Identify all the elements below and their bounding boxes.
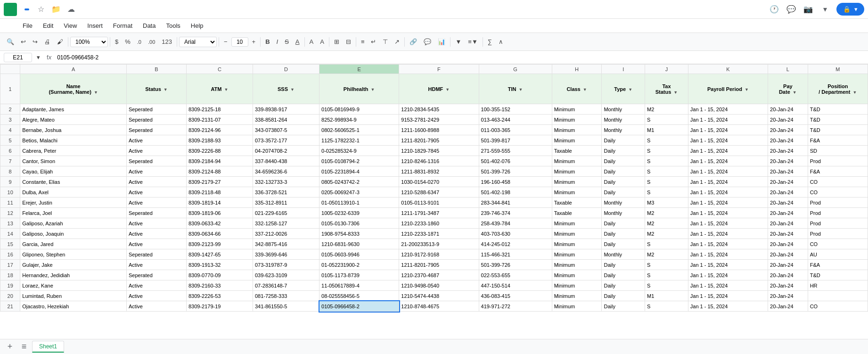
cell-M10[interactable]: CO bbox=[808, 187, 868, 198]
meet-chevron-icon[interactable]: ▾ bbox=[818, 2, 833, 17]
cell-B14[interactable]: Active bbox=[126, 229, 186, 239]
cell-J2[interactable]: M2 bbox=[645, 104, 688, 115]
cell-D17[interactable]: 073-319787-9 bbox=[253, 260, 319, 270]
cell-J20[interactable]: M1 bbox=[645, 291, 688, 301]
cell-A4[interactable]: Bernabe, Joshua bbox=[20, 125, 127, 135]
cell-C3[interactable]: 8309-2131-07 bbox=[186, 115, 253, 125]
cell-C14[interactable]: 8309-0634-66 bbox=[186, 229, 253, 239]
cell-F18[interactable]: 1210-2370-4687 bbox=[399, 270, 479, 280]
fill-color-button[interactable]: A bbox=[307, 36, 317, 47]
cell-M5[interactable]: F&A bbox=[808, 135, 868, 146]
cell-M12[interactable]: Prod bbox=[808, 208, 868, 218]
cell-E7[interactable]: 0105-0108794-2 bbox=[319, 156, 399, 166]
menu-view[interactable]: View bbox=[59, 20, 82, 31]
cell-C20[interactable]: 8309-2226-53 bbox=[186, 291, 253, 301]
cell-J8[interactable]: S bbox=[645, 166, 688, 177]
cell-H18[interactable]: Minimum bbox=[552, 270, 602, 280]
cell-G18[interactable]: 022-553-655 bbox=[479, 270, 552, 280]
cell-G11[interactable]: 283-344-841 bbox=[479, 198, 552, 208]
cell-I9[interactable]: Daily bbox=[602, 177, 645, 187]
cell-D7[interactable]: 337-8440-438 bbox=[253, 156, 319, 166]
font-size-increase-button[interactable]: + bbox=[249, 36, 259, 47]
cell-H17[interactable]: Minimum bbox=[552, 260, 602, 270]
history-icon[interactable]: 🕐 bbox=[767, 2, 782, 17]
filter-views-button[interactable]: ≡▼ bbox=[465, 36, 480, 47]
print-button[interactable]: 🖨 bbox=[41, 36, 53, 47]
formula-input[interactable] bbox=[55, 53, 864, 62]
cell-E5[interactable]: 1125-1782232-1 bbox=[319, 135, 399, 146]
cell-L14[interactable]: 20-Jan-24 bbox=[768, 229, 808, 239]
cell-J7[interactable]: S bbox=[645, 156, 688, 166]
cell-D5[interactable]: 073-3572-177 bbox=[253, 135, 319, 146]
cell-H15[interactable]: Minimum bbox=[552, 239, 602, 249]
filter-button[interactable]: ▼ bbox=[452, 36, 464, 47]
menu-tools[interactable]: Tools bbox=[161, 20, 185, 31]
italic-button[interactable]: I bbox=[274, 36, 281, 47]
cell-E11[interactable]: 01-050113910-1 bbox=[319, 198, 399, 208]
cell-C8[interactable]: 8309-2124-88 bbox=[186, 166, 253, 177]
folder-button[interactable]: 📁 bbox=[50, 3, 62, 16]
cell-C18[interactable]: 8309-0770-09 bbox=[186, 270, 253, 280]
cell-K13[interactable]: Jan 1 - 15, 2024 bbox=[688, 218, 768, 229]
cell-D10[interactable]: 336-3728-521 bbox=[253, 187, 319, 198]
cell-L5[interactable]: 20-Jan-24 bbox=[768, 135, 808, 146]
cell-B12[interactable]: Seperated bbox=[126, 208, 186, 218]
cell-C16[interactable]: 8309-1427-65 bbox=[186, 249, 253, 260]
cell-D11[interactable]: 335-312-8911 bbox=[253, 198, 319, 208]
valign-button[interactable]: ⊤ bbox=[380, 36, 391, 47]
wrap-button[interactable]: ↵ bbox=[368, 36, 379, 47]
cell-J4[interactable]: M1 bbox=[645, 125, 688, 135]
cell-L17[interactable]: 20-Jan-24 bbox=[768, 260, 808, 270]
hide-toolbar-button[interactable]: ∧ bbox=[496, 36, 506, 47]
cell-E8[interactable]: 0105-2231894-4 bbox=[319, 166, 399, 177]
cell-L2[interactable]: 20-Jan-24 bbox=[768, 104, 808, 115]
comment-button[interactable]: 💬 bbox=[421, 36, 434, 47]
cell-M18[interactable]: T&D bbox=[808, 270, 868, 280]
cell-M9[interactable]: CO bbox=[808, 177, 868, 187]
cell-L12[interactable]: 20-Jan-24 bbox=[768, 208, 808, 218]
cell-I3[interactable]: Monthly bbox=[602, 115, 645, 125]
cell-M3[interactable]: T&D bbox=[808, 115, 868, 125]
cell-E18[interactable]: 0105-1173-8739 bbox=[319, 270, 399, 280]
cell-J19[interactable]: S bbox=[645, 280, 688, 291]
cell-K21[interactable]: Jan 1 - 15, 2024 bbox=[688, 301, 768, 312]
cell-F7[interactable]: 1210-8246-1316 bbox=[399, 156, 479, 166]
redo-button[interactable]: ↪ bbox=[30, 36, 41, 47]
star-button[interactable]: ☆ bbox=[35, 3, 47, 16]
cell-L13[interactable]: 20-Jan-24 bbox=[768, 218, 808, 229]
cell-G7[interactable]: 501-402-076 bbox=[479, 156, 552, 166]
cell-K18[interactable]: Jan 1 - 15, 2024 bbox=[688, 270, 768, 280]
functions-button[interactable]: ∑ bbox=[485, 36, 495, 47]
cell-L4[interactable]: 20-Jan-24 bbox=[768, 125, 808, 135]
cell-J11[interactable]: M3 bbox=[645, 198, 688, 208]
cell-G8[interactable]: 501-399-726 bbox=[479, 166, 552, 177]
cell-F21[interactable]: 1210-8748-4675 bbox=[399, 301, 479, 312]
cell-C5[interactable]: 8309-2188-93 bbox=[186, 135, 253, 146]
cell-I11[interactable]: Monthly bbox=[602, 198, 645, 208]
cell-K7[interactable]: Jan 1 - 15, 2024 bbox=[688, 156, 768, 166]
cell-J12[interactable]: M2 bbox=[645, 208, 688, 218]
cell-G21[interactable]: 419-971-272 bbox=[479, 301, 552, 312]
menu-format[interactable]: Format bbox=[108, 20, 137, 31]
sheet-area[interactable]: A B C D E F G H I J K L M 1 Name(Surname… bbox=[0, 64, 868, 354]
cell-E10[interactable]: 0205-0069247-3 bbox=[319, 187, 399, 198]
cell-D18[interactable]: 039-623-3109 bbox=[253, 270, 319, 280]
cell-B16[interactable]: Seperated bbox=[126, 249, 186, 260]
cell-E9[interactable]: 0805-0243742-2 bbox=[319, 177, 399, 187]
comment-icon[interactable]: 💬 bbox=[784, 2, 799, 17]
cell-A12[interactable]: Felarca, Joel bbox=[20, 208, 127, 218]
cell-H10[interactable]: Minimum bbox=[552, 187, 602, 198]
cell-K11[interactable]: Jan 1 - 15, 2024 bbox=[688, 198, 768, 208]
cell-E6[interactable]: 0-025285324-9 bbox=[319, 146, 399, 156]
cell-M20[interactable] bbox=[808, 291, 868, 301]
cell-L6[interactable]: 20-Jan-24 bbox=[768, 146, 808, 156]
link-button[interactable]: 🔗 bbox=[407, 36, 420, 47]
cell-B21[interactable]: Active bbox=[126, 301, 186, 312]
cell-G15[interactable]: 414-245-012 bbox=[479, 239, 552, 249]
cell-B20[interactable]: Active bbox=[126, 291, 186, 301]
cell-F6[interactable]: 1210-1829-7845 bbox=[399, 146, 479, 156]
cell-J3[interactable]: S bbox=[645, 115, 688, 125]
cell-A20[interactable]: Lumintad, Ruben bbox=[20, 291, 127, 301]
cell-H19[interactable]: Minimum bbox=[552, 280, 602, 291]
cell-A13[interactable]: Galiposo, Azariah bbox=[20, 218, 127, 229]
